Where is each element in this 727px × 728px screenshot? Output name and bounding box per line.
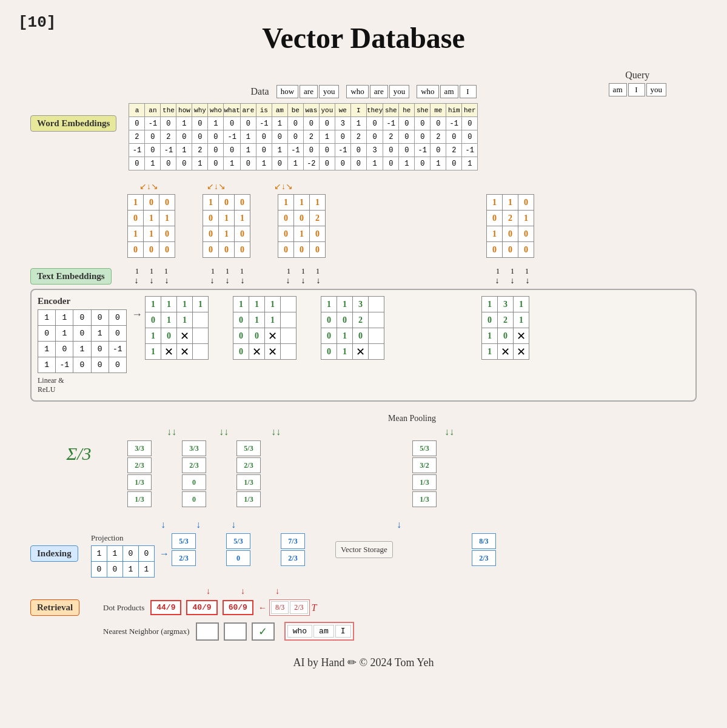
enc-result-1: 1111 011 10✕ 1✕✕ — [145, 296, 221, 360]
nearest-neighbor-label: Nearest Neighbor (argmax) — [103, 627, 190, 636]
eh-we: we — [335, 104, 350, 117]
arrow-indicators: ↙↓↘ ↙↓↘ ↙↓↘ — [139, 181, 293, 192]
eh-be: be — [287, 104, 303, 117]
fv4-r4: 1/3 — [412, 491, 437, 507]
qr-val-2: 2/3 — [290, 601, 307, 614]
lv2-matrix: 100 011 010 000 — [203, 194, 250, 258]
word-are2: are — [370, 85, 388, 98]
result-word-am: am — [313, 625, 334, 638]
eh-a: a — [129, 104, 145, 117]
sum-col-1: 111 ↓↓↓ — [127, 267, 176, 286]
vector-storage-label: Vector Storage — [335, 541, 393, 558]
embed-row-1: 0-1010100-11000310-1000-10 — [129, 117, 478, 130]
score-2: 40/9 — [186, 600, 217, 615]
enc-res-matrix-3: 113 002 010 01✕ — [321, 296, 384, 360]
linear-relu-label: Linear &ReLU — [38, 376, 132, 394]
fv3-r3: 1/3 — [236, 474, 261, 490]
frac-vec-1: 3/3 2/3 1/3 1/3 — [127, 440, 152, 507]
sum-col-3: 111 ↓↓↓ — [279, 267, 327, 286]
query-words: am I you — [609, 83, 666, 96]
eh-who: who — [208, 104, 224, 117]
pv2-r1: 5/3 — [226, 533, 250, 549]
enc-result-2: 111 011 00✕ 0✕✕ — [233, 296, 309, 360]
projection-label: Projection — [91, 533, 123, 543]
word-how: how — [276, 85, 298, 98]
mean-pooling-title: Mean Pooling — [127, 414, 697, 423]
sum-arrows-area: 111 ↓↓↓ 111 ↓↓↓ 111 ↓↓↓ 111 ↓↓↓ — [127, 267, 537, 286]
data-group-2: who are you — [346, 85, 409, 98]
sum-col-4: 111 ↓↓↓ — [488, 267, 537, 286]
embed-row-4: 01001010101-20001010101 — [129, 157, 478, 170]
word-I: I — [460, 85, 477, 98]
lookup-vec-4: 110 021 100 000 — [486, 194, 534, 258]
enc-res-matrix-query: 131 021 10✕ 1✕✕ — [481, 296, 529, 360]
enc-res-matrix-1: 1111 011 10✕ 1✕✕ — [145, 296, 209, 360]
embedding-table: aanthehowwhywhowhatareisambewasyouweIthe… — [129, 103, 478, 170]
pv3-r1: 7/3 — [281, 533, 305, 549]
eh-you: you — [319, 104, 335, 117]
lookup-vec-1: 100 011 110 000 — [127, 194, 175, 258]
eh-she: she — [383, 104, 399, 117]
eh-what: what — [224, 104, 240, 117]
fv3-r4: 1/3 — [236, 491, 261, 507]
score-3: 60/9 — [223, 600, 253, 615]
word-am: am — [440, 85, 458, 98]
fv2-r1: 3/3 — [182, 440, 206, 456]
eh-an: an — [145, 104, 161, 117]
embed-row-2: 202000-1100021020200200 — [129, 130, 478, 144]
mean-pooling-section: Σ/3 3/3 2/3 1/3 1/3 3/3 2/3 0 0 — [30, 440, 697, 507]
word-are: are — [300, 85, 318, 98]
eh-her: her — [462, 104, 478, 117]
arrow-down-1: ↙↓↘ — [139, 181, 158, 192]
fv1-r4: 1/3 — [127, 491, 152, 507]
proj-vec-2: 5/3 0 — [226, 533, 250, 566]
blue-arrows-indexing: ↓ ↓ ↓ ↓ — [161, 519, 697, 530]
sigma-symbol: Σ/3 — [66, 443, 91, 464]
projected-vectors: 5/3 2/3 5/3 0 7/3 2/3 Vector Storage 8 — [172, 533, 496, 566]
red-arrows-down: ↓ ↓ ↓ — [206, 587, 697, 596]
proj-matrix: 1100 0011 — [91, 545, 155, 578]
eh-him: him — [446, 104, 462, 117]
pvq-r2: 2/3 — [472, 550, 496, 566]
eh-they: they — [366, 104, 383, 117]
eh-she2: she — [415, 104, 431, 117]
lookup-vec-2: 100 011 010 000 — [203, 194, 250, 258]
encoder-arrow-1: → — [132, 296, 142, 321]
qr-val-1: 8/3 — [271, 601, 289, 614]
word-embeddings-section: Word Embeddings aanthehowwhywhowhatareis… — [30, 103, 697, 170]
embedding-table-wrapper: aanthehowwhywhowhatareisambewasyouweIthe… — [129, 103, 478, 170]
nn-box-2 — [224, 622, 247, 641]
data-group-1: how are you — [276, 85, 340, 98]
projection-area: Projection 1100 0011 — [91, 533, 155, 578]
indexing-section: Indexing Projection 1100 0011 → 5 — [30, 533, 697, 578]
enc-result-query: 131 021 10✕ 1✕✕ — [481, 296, 541, 360]
enc-res-matrix-2: 111 011 00✕ 0✕✕ — [233, 296, 296, 360]
fv1-r3: 1/3 — [127, 474, 152, 490]
arrow-down-3: ↙↓↘ — [274, 181, 293, 192]
fv1-r2: 2/3 — [127, 457, 152, 473]
sigma-area: Σ/3 — [30, 440, 127, 464]
t-label: T — [312, 602, 317, 613]
score-1: 44/9 — [150, 600, 181, 615]
query-word-am: am — [609, 83, 627, 96]
dot-products-label: Dot Products — [103, 603, 144, 613]
frac-vec-3: 5/3 2/3 1/3 1/3 — [236, 440, 261, 507]
result-words: who am I — [284, 622, 354, 641]
encoder-label: Encoder — [38, 296, 132, 306]
fv3-r1: 5/3 — [236, 440, 261, 456]
fv3-r2: 2/3 — [236, 457, 261, 473]
orange-arrows-row: ↙↓↘ ↙↓↘ ↙↓↘ — [127, 181, 697, 192]
nn-box-check: ✓ — [252, 622, 275, 641]
lookup-vec-3: 111 002 010 000 — [278, 194, 326, 258]
data-group-3: who am I — [417, 85, 476, 98]
eh-he: he — [399, 104, 415, 117]
query-word-I: I — [628, 83, 645, 96]
proj-vec-3: 7/3 2/3 — [281, 533, 305, 566]
word-you: you — [319, 85, 340, 98]
indexing-label: Indexing — [30, 545, 78, 562]
page-container: [10] Vector Database Data how are you wh… — [0, 0, 727, 728]
word-embeddings-label: Word Embeddings — [30, 115, 116, 132]
eh-the: the — [161, 104, 176, 117]
fv1-r1: 3/3 — [127, 440, 152, 456]
encoder-weight-matrix: 11000 01010 1010-1 1-1000 — [38, 309, 127, 373]
